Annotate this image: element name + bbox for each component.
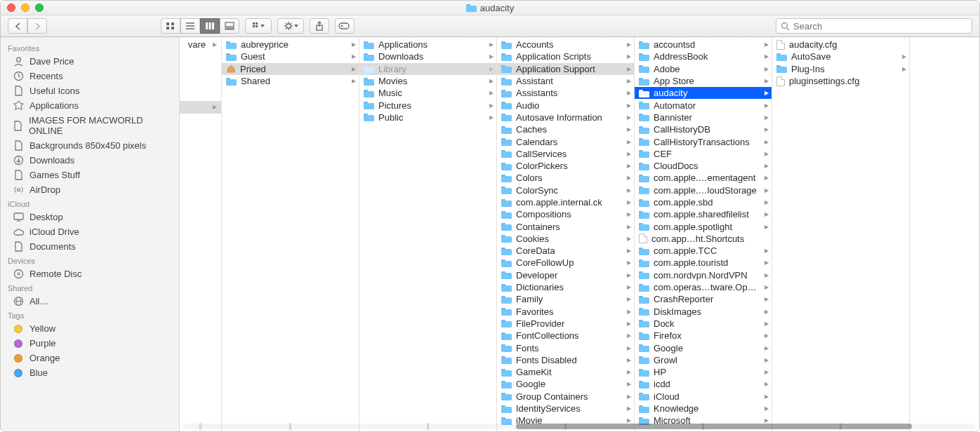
folder-row[interactable]: icdd▶ [635, 378, 772, 390]
folder-row[interactable]: Adobe▶ [635, 63, 772, 75]
folder-row[interactable]: Fonts▶ [497, 342, 634, 353]
column[interactable]: accountsd▶AddressBook▶Adobe▶App Store▶au… [635, 37, 772, 431]
folder-row[interactable]: com.apple.…loudStorage▶ [635, 184, 772, 196]
folder-row[interactable]: Bannister▶ [635, 112, 772, 123]
folder-row[interactable]: Firefox▶ [635, 330, 772, 342]
column-view-button[interactable] [200, 18, 220, 34]
column[interactable]: aubreyprice▶Guest▶Priced▶Shared▶∥ [222, 37, 359, 431]
folder-row[interactable]: Calendars▶ [497, 135, 634, 147]
folder-row[interactable]: Audio▶ [497, 99, 634, 111]
folder-row[interactable]: Assistant▶ [497, 75, 634, 87]
column[interactable]: vare▶▶∥ [180, 37, 222, 431]
folder-row[interactable]: Automator▶ [635, 99, 772, 111]
sidebar-item[interactable]: Downloads [1, 153, 179, 168]
action-button[interactable] [277, 18, 304, 34]
folder-row[interactable]: AddressBook▶ [635, 50, 772, 62]
folder-row[interactable]: Google▶ [635, 342, 772, 353]
sidebar-item[interactable]: Applications [1, 98, 179, 113]
horizontal-scrollbar-thumb[interactable] [516, 424, 912, 429]
folder-row[interactable]: com.apple.…ementagent▶ [635, 172, 772, 184]
minimize-window-button[interactable] [21, 4, 29, 12]
folder-row[interactable]: Fonts Disabled▶ [497, 354, 634, 366]
folder-row[interactable]: iCloud▶ [635, 391, 772, 403]
sidebar-item[interactable]: Recents [1, 69, 179, 83]
search-field[interactable] [776, 18, 972, 34]
folder-row[interactable]: com.apple.sharedfilelist▶ [635, 208, 772, 220]
folder-row[interactable]: Colors▶ [497, 172, 634, 184]
sidebar-item[interactable]: Purple [1, 336, 179, 351]
file-row[interactable]: com.app…ht.Shortcuts [635, 233, 772, 245]
sidebar-item[interactable]: Backgrounds 850x450 pixels [1, 138, 179, 153]
folder-row[interactable]: HP▶ [635, 366, 772, 378]
folder-row[interactable]: Google▶ [497, 378, 634, 390]
folder-row[interactable]: Plug-Ins▶ [772, 63, 909, 75]
back-button[interactable] [8, 18, 27, 34]
folder-row[interactable]: IdentityServices▶ [497, 403, 634, 414]
folder-row[interactable]: Developer▶ [497, 269, 634, 281]
folder-row[interactable]: Music▶ [359, 87, 496, 99]
folder-row[interactable]: CrashReporter▶ [635, 293, 772, 305]
folder-row[interactable]: aubreyprice▶ [222, 39, 359, 50]
folder-row[interactable]: Guest▶ [222, 50, 359, 62]
sidebar-item[interactable]: Games Stuff [1, 168, 179, 182]
folder-row[interactable]: CEF▶ [635, 148, 772, 160]
search-input[interactable] [793, 21, 967, 32]
sidebar-item[interactable]: Remote Disc [1, 266, 179, 281]
folder-row[interactable]: Public▶ [359, 112, 496, 123]
folder-row[interactable]: CoreFollowUp▶ [497, 257, 634, 269]
titlebar[interactable]: audacity [1, 1, 979, 15]
folder-row[interactable]: Compositions▶ [497, 208, 634, 220]
sidebar-item[interactable]: Desktop [1, 210, 179, 224]
sidebar-item[interactable]: IMAGES FOR MACWORLD ONLINE [1, 113, 179, 138]
folder-row[interactable]: Application Support▶ [497, 63, 634, 75]
folder-row[interactable]: com.apple.spotlight▶ [635, 220, 772, 232]
folder-row[interactable]: Applications▶ [359, 39, 496, 50]
folder-row[interactable]: CallHistoryTransactions▶ [635, 135, 772, 147]
folder-row[interactable]: GameKit▶ [497, 366, 634, 378]
folder-row[interactable]: CallHistoryDB▶ [635, 123, 772, 135]
folder-row[interactable]: Application Scripts▶ [497, 50, 634, 62]
folder-row[interactable]: CoreData▶ [497, 245, 634, 257]
list-view-button[interactable] [180, 18, 200, 34]
folder-row[interactable]: com.apple.touristd▶ [635, 257, 772, 269]
folder-row[interactable]: CloudDocs▶ [635, 160, 772, 172]
column[interactable]: audacity.cfgAutoSave▶Plug-Ins▶pluginsett… [772, 37, 910, 431]
folder-row[interactable]: accountsd▶ [635, 39, 772, 50]
close-window-button[interactable] [7, 4, 15, 12]
zoom-window-button[interactable] [35, 4, 44, 12]
share-button[interactable] [310, 18, 329, 34]
folder-row[interactable]: Knowledge▶ [635, 403, 772, 414]
sidebar-item[interactable]: Documents [1, 239, 179, 254]
folder-row[interactable]: App Store▶ [635, 75, 772, 87]
folder-row[interactable]: Movies▶ [359, 75, 496, 87]
folder-row[interactable]: DiskImages▶ [635, 306, 772, 318]
gallery-view-button[interactable] [220, 18, 239, 34]
file-row[interactable]: audacity.cfg [772, 39, 909, 50]
sidebar-item[interactable]: All… [1, 294, 179, 309]
folder-row[interactable]: FontCollections▶ [497, 330, 634, 342]
folder-row[interactable]: AutoSave▶ [772, 50, 909, 62]
sidebar-item[interactable]: Dave Price [1, 54, 179, 69]
folder-row[interactable]: vare▶ [180, 39, 221, 50]
folder-row[interactable]: com.operas…tware.Opera▶ [635, 281, 772, 293]
folder-row[interactable]: audacity▶ [635, 87, 772, 99]
folder-row[interactable]: Library▶ [359, 63, 496, 75]
sidebar[interactable]: FavoritesDave PriceRecentsUseful IconsAp… [1, 37, 180, 431]
folder-row[interactable]: Cookies▶ [497, 233, 634, 245]
folder-row[interactable]: Accounts▶ [497, 39, 634, 50]
folder-row[interactable]: Dock▶ [635, 318, 772, 330]
folder-row[interactable]: Caches▶ [497, 123, 634, 135]
folder-row[interactable]: Priced▶ [222, 63, 359, 75]
icon-view-button[interactable] [161, 18, 180, 34]
folder-row[interactable]: Favorites▶ [497, 306, 634, 318]
folder-row[interactable]: Autosave Information▶ [497, 112, 634, 123]
sidebar-item[interactable]: Yellow [1, 321, 179, 336]
arrange-button[interactable] [245, 18, 272, 34]
sidebar-item[interactable]: AirDrop [1, 182, 179, 197]
sidebar-item[interactable]: Blue [1, 365, 179, 380]
edit-tags-button[interactable] [335, 18, 355, 34]
folder-row[interactable]: com.nordvpn.NordVPN▶ [635, 269, 772, 281]
forward-button[interactable] [27, 18, 47, 34]
column-browser[interactable]: vare▶▶∥aubreyprice▶Guest▶Priced▶Shared▶∥… [180, 37, 979, 431]
folder-row[interactable]: com.apple.TCC▶ [635, 245, 772, 257]
